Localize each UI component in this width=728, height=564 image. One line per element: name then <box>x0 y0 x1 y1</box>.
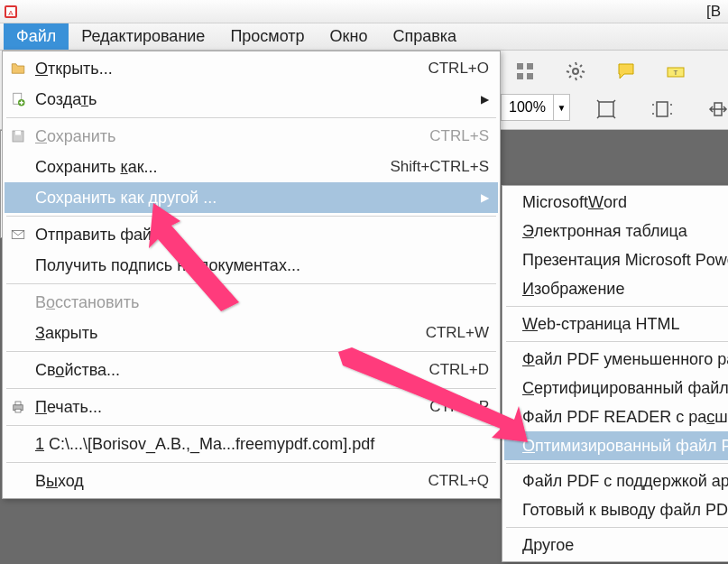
pdf-app-icon: A <box>4 5 18 19</box>
menu-item[interactable]: Печать...CTRL+P <box>5 392 498 422</box>
menu-help[interactable]: Справка <box>380 23 469 50</box>
print-icon <box>8 397 28 417</box>
menu-item-shortcut: CTRL+P <box>429 398 489 416</box>
submenu-arrow-icon: ▶ <box>481 191 489 204</box>
menu-item-label: Закрыть <box>35 324 415 343</box>
svg-text:A: A <box>8 9 14 17</box>
svg-rect-19 <box>15 402 21 405</box>
submenu-item[interactable]: Оптимизированный файл PDF <box>504 431 728 460</box>
submenu-item[interactable]: Презентация Microsoft PowerPoint <box>504 245 728 274</box>
menu-item-label: 1 C:\...\[Borisov_A.B.,_Ma...freemypdf.c… <box>35 435 489 454</box>
fit-width-icon[interactable] <box>703 94 728 125</box>
menu-item-shortcut: Shift+CTRL+S <box>390 158 489 176</box>
menu-item-label: Сохранить как другой ... <box>35 189 474 208</box>
menu-item[interactable]: Сохранить как другой ...▶ <box>5 182 498 213</box>
menu-item[interactable]: Сохранить как...Shift+CTRL+S <box>5 152 498 182</box>
svg-rect-16 <box>15 131 21 135</box>
menu-item-label: Печать... <box>35 398 419 417</box>
menu-item[interactable]: ЗакрытьCTRL+W <box>5 318 498 348</box>
menu-item-shortcut: CTRL+D <box>429 361 489 379</box>
menu-item-label: Открыть... <box>35 60 417 79</box>
blank-icon <box>8 323 28 343</box>
menu-item-shortcut: CTRL+Q <box>428 472 489 490</box>
folder-icon <box>8 59 28 79</box>
submenu-item[interactable]: Электронная таблица <box>504 217 728 245</box>
menu-item[interactable]: 1 C:\...\[Borisov_A.B.,_Ma...freemypdf.c… <box>5 429 498 459</box>
mail-icon <box>8 225 28 245</box>
zoom-control[interactable]: 100% ▼ <box>501 94 570 121</box>
customize-toolbar-icon[interactable] <box>510 56 540 87</box>
submenu-item[interactable]: Microsoft Word <box>504 188 728 217</box>
menu-item[interactable]: Создать▶ <box>5 84 498 115</box>
blank-icon <box>8 434 28 454</box>
menu-item: СохранитьCTRL+S <box>5 121 498 152</box>
svg-rect-10 <box>599 102 613 116</box>
menu-item[interactable]: Свойства...CTRL+D <box>5 355 498 385</box>
menu-file[interactable]: Файл <box>4 23 69 50</box>
menu-item-label: Отправить файл... <box>35 226 489 245</box>
titlebar: A [В <box>0 0 728 23</box>
svg-rect-11 <box>657 102 668 116</box>
gear-icon[interactable] <box>560 56 591 87</box>
file-menu-dropdown: Открыть...CTRL+OСоздать▶СохранитьCTRL+SС… <box>2 51 501 499</box>
highlight-text-icon[interactable]: T <box>661 56 692 87</box>
submenu-item[interactable]: Готовый к выводу файл PDF <box>504 495 728 524</box>
submenu-item[interactable]: Файл PDF READER с расширенными возможнос… <box>504 402 728 431</box>
svg-rect-20 <box>15 409 21 412</box>
menu-item[interactable]: Отправить файл... <box>5 219 498 250</box>
blank-icon <box>8 157 28 177</box>
menu-window[interactable]: Окно <box>318 23 381 50</box>
fit-page-icon[interactable] <box>647 94 677 125</box>
submenu-item[interactable]: Изображение <box>504 274 728 303</box>
menu-item-label: Получить подпись на документах... <box>35 256 489 275</box>
blank-icon <box>8 292 28 312</box>
menu-item[interactable]: Открыть...CTRL+O <box>5 53 498 84</box>
menu-edit[interactable]: Редактирование <box>69 23 217 50</box>
menu-item-label: Сохранить <box>35 127 419 146</box>
submenu-item[interactable]: Файл PDF уменьшенного размера <box>504 345 728 374</box>
save-as-other-submenu: Microsoft WordЭлектронная таблицаПрезент… <box>502 185 728 562</box>
submenu-item[interactable]: Сертифицированный файл PDF <box>504 374 728 402</box>
comment-icon[interactable] <box>611 56 641 87</box>
svg-text:T: T <box>674 69 678 77</box>
blank-icon <box>8 471 28 491</box>
menu-item-label: Выход <box>35 472 417 491</box>
submenu-item[interactable]: Файл PDF с поддержкой архивации <box>504 467 728 495</box>
blank-icon <box>8 188 28 208</box>
new-icon <box>8 89 28 109</box>
window-title: [В <box>706 3 724 21</box>
menu-item: Восстановить <box>5 287 498 318</box>
menu-item-shortcut: CTRL+S <box>429 127 489 145</box>
submenu-item[interactable]: Web-страница HTML <box>504 310 728 338</box>
svg-rect-6 <box>527 73 533 79</box>
blank-icon <box>8 255 28 275</box>
submenu-item[interactable]: Другое <box>504 531 728 559</box>
menubar: Файл Редактирование Просмотр Окно Справк… <box>0 23 728 51</box>
submenu-arrow-icon: ▶ <box>481 93 489 106</box>
svg-point-7 <box>573 69 578 74</box>
menu-item[interactable]: ВыходCTRL+Q <box>5 466 498 496</box>
menu-item-label: Сохранить как... <box>35 158 379 177</box>
menu-item[interactable]: Получить подпись на документах... <box>5 250 498 281</box>
svg-rect-5 <box>517 73 523 79</box>
zoom-value: 100% <box>502 99 553 116</box>
svg-rect-4 <box>527 63 533 69</box>
menu-item-shortcut: CTRL+O <box>428 60 489 78</box>
save-icon <box>8 126 28 146</box>
select-tool-icon[interactable] <box>591 94 622 125</box>
zoom-dropdown-icon[interactable]: ▼ <box>553 95 569 120</box>
menu-item-shortcut: CTRL+W <box>426 324 489 342</box>
blank-icon <box>8 360 28 380</box>
menu-view[interactable]: Просмотр <box>217 23 317 50</box>
svg-rect-3 <box>517 63 523 69</box>
menu-item-label: Восстановить <box>35 293 489 312</box>
menu-item-label: Свойства... <box>35 361 418 380</box>
menu-item-label: Создать <box>35 90 474 109</box>
